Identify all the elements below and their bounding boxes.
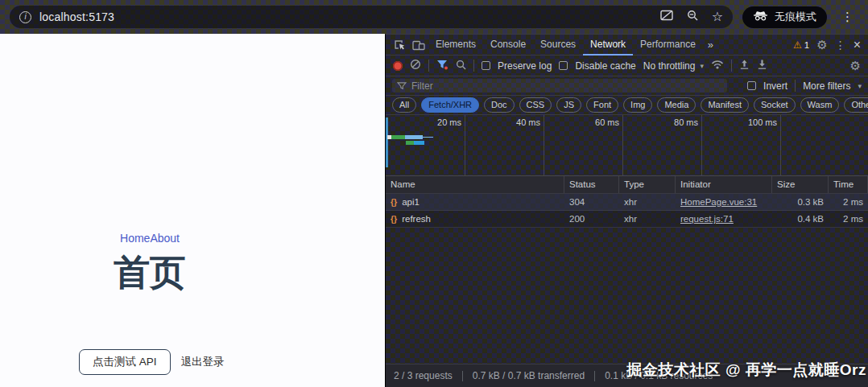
filter-toggle-icon[interactable] — [436, 60, 448, 72]
chip-css[interactable]: CSS — [519, 97, 552, 113]
devtools-settings-icon[interactable]: ⚙ — [816, 39, 827, 51]
url-text[interactable]: localhost:5173 — [39, 10, 114, 23]
overview-left-strip — [386, 117, 388, 167]
device-toolbar-icon[interactable] — [409, 35, 428, 56]
network-conditions-icon[interactable] — [711, 60, 724, 72]
disable-cache-checkbox[interactable] — [559, 61, 568, 70]
page-buttons: 点击测试 API 退出登录 — [79, 349, 225, 375]
network-settings-group: ⚙ — [850, 60, 861, 72]
timeline-tick: 100 ms — [780, 115, 781, 175]
import-har-icon[interactable] — [739, 59, 750, 72]
tab-elements[interactable]: Elements — [428, 35, 483, 56]
bookmark-star-icon[interactable]: ☆ — [712, 10, 723, 23]
throttling-select[interactable]: No throttling ▾ — [643, 60, 704, 72]
network-search-icon[interactable] — [456, 60, 466, 72]
chip-socket[interactable]: Socket — [754, 97, 796, 113]
issues-badge[interactable]: ⚠ 1 — [793, 39, 809, 51]
summary-transferred: 0.7 kB / 0.7 kB transferred — [473, 370, 585, 381]
devtools-tabbar-right: ⚠ 1 ⚙ ⋮ × — [793, 39, 864, 51]
record-network-log-icon[interactable] — [393, 61, 403, 71]
throttling-value: No throttling — [643, 60, 696, 72]
tab-console[interactable]: Console — [483, 35, 533, 56]
devtools-panel: Elements Console Sources Network Perform… — [385, 34, 868, 387]
preserve-log-checkbox[interactable] — [482, 61, 490, 70]
logout-button[interactable]: 退出登录 — [181, 355, 225, 369]
chip-js[interactable]: JS — [556, 97, 581, 113]
chip-img[interactable]: Img — [623, 97, 652, 113]
col-status[interactable]: Status — [564, 176, 619, 193]
timeline-tick: 40 ms — [544, 115, 544, 175]
timeline-tick: 60 ms — [622, 115, 623, 175]
tab-network[interactable]: Network — [583, 35, 633, 56]
invert-label[interactable]: Invert — [763, 80, 787, 92]
page-nav: HomeAbout — [0, 232, 300, 245]
filter-bar-right: Invert More filters ▾ — [747, 80, 862, 92]
chevron-down-icon: ▾ — [700, 62, 704, 70]
table-row[interactable]: {}api1 304 xhr HomePage.vue:31 0.3 kB 2 … — [386, 194, 868, 211]
timeline-tick: 20 ms — [465, 115, 465, 175]
network-settings-icon[interactable]: ⚙ — [850, 60, 861, 72]
address-bar[interactable]: i localhost:5173 ☆ — [10, 6, 733, 28]
chip-manifest[interactable]: Manifest — [701, 97, 749, 113]
more-filters-button[interactable]: More filters — [803, 80, 850, 92]
preserve-log-label[interactable]: Preserve log — [498, 60, 552, 72]
tab-sources[interactable]: Sources — [533, 35, 583, 56]
request-status: 200 — [564, 214, 619, 224]
tab-performance[interactable]: Performance — [633, 35, 703, 56]
waterfall-bar-refresh — [406, 141, 424, 145]
request-size: 0.3 kB — [772, 197, 829, 207]
warning-icon: ⚠ — [793, 39, 802, 51]
chip-other[interactable]: Other — [844, 97, 868, 113]
chip-wasm[interactable]: Wasm — [800, 97, 840, 113]
image-blocked-icon[interactable] — [660, 10, 673, 24]
chevron-down-icon: ▾ — [858, 82, 862, 90]
col-size[interactable]: Size — [772, 176, 829, 193]
incognito-icon — [753, 10, 768, 23]
request-name[interactable]: refresh — [402, 214, 431, 224]
table-header: Name Status Type Initiator Size Time — [386, 176, 868, 194]
chip-media[interactable]: Media — [657, 97, 696, 113]
toolbar-divider — [473, 60, 474, 72]
request-time: 2 ms — [829, 197, 868, 207]
chip-font[interactable]: Font — [586, 97, 618, 113]
table-row[interactable]: {}refresh 200 xhr request.js:71 0.4 kB 2… — [386, 211, 868, 228]
summary-requests: 2 / 3 requests — [394, 370, 453, 381]
devtools-menu-icon[interactable]: ⋮ — [835, 39, 846, 51]
requests-table: Name Status Type Initiator Size Time {}a… — [386, 176, 868, 364]
script-request-icon: {} — [391, 214, 397, 224]
request-time: 2 ms — [829, 214, 868, 224]
filter-input[interactable]: Filter — [392, 79, 727, 93]
disable-cache-label[interactable]: Disable cache — [575, 60, 635, 72]
chip-fetch-xhr[interactable]: Fetch/XHR — [421, 97, 479, 113]
invert-checkbox[interactable] — [747, 81, 756, 90]
chip-all[interactable]: All — [392, 97, 416, 113]
col-initiator[interactable]: Initiator — [676, 176, 772, 193]
script-request-icon: {} — [391, 197, 397, 207]
nav-link-home[interactable]: Home — [120, 232, 150, 245]
export-har-icon[interactable] — [757, 59, 767, 72]
timeline-tick: 80 ms — [701, 115, 702, 175]
issue-count: 1 — [804, 40, 809, 50]
network-toolbar: Preserve log Disable cache No throttling… — [386, 56, 868, 76]
col-name[interactable]: Name — [386, 176, 564, 193]
devtools-close-icon[interactable]: × — [854, 39, 861, 51]
browser-menu-icon[interactable]: ⋮ — [837, 10, 858, 24]
col-type[interactable]: Type — [619, 176, 676, 193]
zoom-out-icon[interactable] — [687, 10, 698, 24]
col-time[interactable]: Time — [829, 176, 868, 193]
request-type: xhr — [619, 197, 676, 207]
toolbar-divider — [795, 80, 796, 92]
initiator-link[interactable]: request.js:71 — [680, 214, 734, 224]
clear-network-log-icon[interactable] — [410, 59, 421, 72]
request-status: 304 — [564, 197, 619, 207]
more-tabs-icon[interactable]: » — [703, 39, 718, 51]
site-info-icon[interactable]: i — [19, 11, 31, 23]
page-title: 首页 — [0, 251, 300, 294]
chip-doc[interactable]: Doc — [484, 97, 515, 113]
nav-link-about[interactable]: About — [150, 232, 180, 245]
request-name[interactable]: api1 — [402, 197, 420, 207]
network-overview-timeline[interactable]: 20 ms 40 ms 60 ms 80 ms 100 ms — [386, 115, 868, 176]
initiator-link[interactable]: HomePage.vue:31 — [680, 197, 757, 207]
test-api-button[interactable]: 点击测试 API — [79, 349, 171, 375]
inspect-element-icon[interactable] — [390, 35, 409, 56]
